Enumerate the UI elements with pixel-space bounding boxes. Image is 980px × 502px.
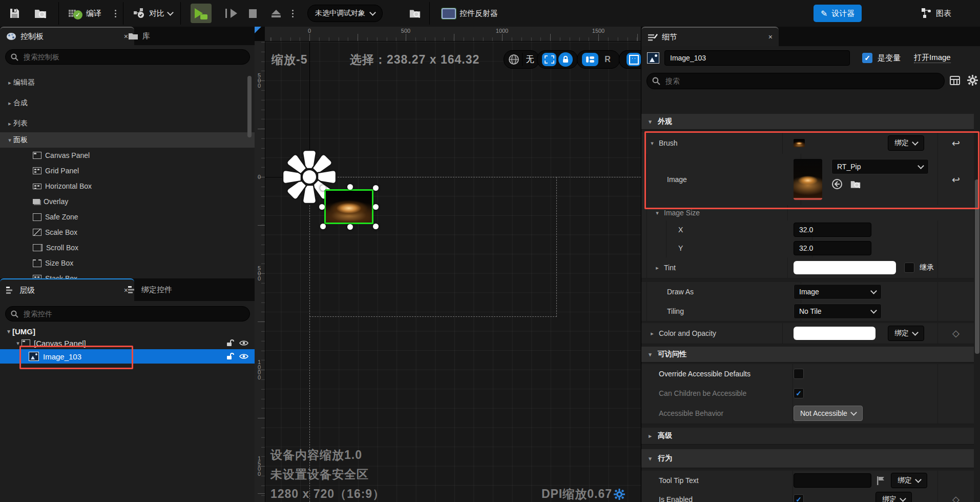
widget-reflector-button[interactable]: 控件反射器	[437, 3, 502, 24]
palette-item-grid-panel[interactable]: Grid Panel	[0, 163, 255, 178]
x-input[interactable]	[794, 223, 871, 237]
palette-search[interactable]	[5, 49, 250, 65]
hierarchy-search-input[interactable]	[23, 309, 244, 318]
compile-options-button[interactable]	[111, 3, 120, 24]
play-options-button[interactable]	[288, 3, 298, 24]
expander-icon[interactable]: ▸	[647, 433, 654, 439]
tab-hierarchy[interactable]: 层级 ×	[0, 278, 134, 301]
selected-image-widget[interactable]	[324, 189, 373, 224]
visibility-eye-icon[interactable]	[239, 340, 248, 346]
hierarchy-search[interactable]	[5, 306, 250, 322]
resize-handle-e[interactable]	[373, 204, 379, 210]
resize-handle-nw[interactable]	[320, 185, 326, 191]
details-scrollbar[interactable]	[975, 179, 979, 354]
use-selected-asset-icon[interactable]	[831, 178, 843, 190]
image-asset-dropdown[interactable]: RT_Pip	[831, 159, 929, 174]
play-button[interactable]	[191, 4, 212, 23]
widget-name-input[interactable]	[664, 50, 850, 66]
hierarchy-row-image-103[interactable]: Image_103	[0, 349, 255, 364]
tiling-dropdown[interactable]: No Tile	[794, 304, 882, 319]
resize-handle-w[interactable]	[319, 204, 325, 210]
diamond-default-icon[interactable]: ◇	[952, 494, 960, 502]
diamond-default-icon[interactable]: ◇	[952, 328, 960, 339]
override-accessible-defaults-checkbox[interactable]	[794, 369, 804, 379]
image-asset-thumbnail[interactable]	[794, 159, 822, 200]
expander-icon[interactable]: ▸	[6, 100, 13, 107]
resize-handle-sw[interactable]	[320, 224, 326, 229]
details-settings-gear-icon[interactable]	[967, 75, 978, 86]
expander-icon[interactable]: ▾	[14, 340, 22, 347]
details-search-input[interactable]	[664, 76, 939, 86]
is-enabled-bind-button[interactable]: 绑定	[875, 492, 912, 502]
expander-icon[interactable]: ▾	[647, 351, 654, 358]
palette-item-overlay[interactable]: Overlay	[0, 194, 255, 209]
hierarchy-row-canvas-panel[interactable]: ▾ [Canvas Panel]	[0, 337, 255, 349]
palette-item-horizontal-box[interactable]: Horizontal Box	[0, 178, 255, 194]
section-advanced[interactable]: ▸高级	[641, 428, 974, 445]
open-image-link[interactable]: 打开Image	[914, 53, 951, 63]
palette-category-panel[interactable]: ▾面板	[0, 132, 255, 148]
brush-bind-button[interactable]: 绑定	[888, 135, 924, 151]
frame-skip-button[interactable]	[221, 3, 241, 24]
designer-viewport[interactable]: 0 500 1000 1500 500 0 500 1000 1500 缩放-5…	[255, 27, 641, 502]
expander-icon[interactable]: ▾	[649, 140, 656, 147]
expander-icon[interactable]: ▾	[654, 210, 661, 216]
resize-handle-n[interactable]	[347, 184, 353, 190]
draw-as-dropdown[interactable]: Image	[794, 284, 882, 299]
tooltip-text-input[interactable]	[794, 473, 871, 488]
resize-handle-s[interactable]	[347, 224, 353, 230]
color-opacity-swatch[interactable]	[794, 327, 875, 340]
marquee-select-button[interactable]	[542, 53, 556, 66]
lock-widget-button[interactable]	[558, 52, 573, 67]
palette-search-input[interactable]	[23, 52, 244, 62]
expander-icon[interactable]: ▾	[647, 118, 654, 125]
unlock-icon[interactable]	[226, 339, 234, 347]
color-opacity-bind-button[interactable]: 绑定	[888, 326, 924, 341]
inherit-checkbox[interactable]	[904, 263, 914, 273]
image-size-row[interactable]: ▾Image Size	[641, 205, 974, 221]
visibility-eye-icon[interactable]	[239, 353, 248, 359]
details-search[interactable]	[647, 73, 945, 89]
localization-none-label[interactable]: 无	[525, 54, 536, 65]
graph-tab-button[interactable]: 图表	[917, 3, 955, 24]
expander-icon[interactable]: ▾	[5, 328, 12, 335]
can-children-accessible-checkbox[interactable]: ✓	[794, 388, 804, 398]
palette-item-safe-zone[interactable]: Safe Zone	[0, 209, 255, 225]
rotation-mode-button[interactable]: R	[600, 55, 615, 64]
tab-details[interactable]: 细节 ×	[641, 27, 779, 46]
palette-category-list[interactable]: ▸列表	[0, 116, 255, 131]
reset-to-default-icon[interactable]: ↩	[952, 174, 960, 186]
tab-library[interactable]: 库	[122, 27, 211, 45]
tab-palette[interactable]: 控制板 ×	[0, 27, 134, 45]
palette-item-scale-box[interactable]: Scale Box	[0, 225, 255, 240]
y-input[interactable]	[794, 241, 871, 255]
resize-handle-ne[interactable]	[373, 185, 379, 191]
section-appearance[interactable]: ▾外观	[641, 114, 974, 130]
section-behavior[interactable]: ▾行为	[641, 449, 974, 468]
expander-icon[interactable]: ▾	[6, 137, 13, 144]
resize-handle-se[interactable]	[373, 224, 379, 229]
globe-icon[interactable]	[508, 53, 520, 66]
hierarchy-row-umg[interactable]: ▾[UMG]	[0, 326, 255, 337]
eject-button[interactable]	[267, 3, 285, 24]
tooltip-bind-button[interactable]: 绑定	[891, 473, 927, 488]
palette-item-scroll-box[interactable]: Scroll Box	[0, 240, 255, 255]
palette-item-size-box[interactable]: Size Box	[0, 255, 255, 271]
brush-thumbnail[interactable]	[794, 139, 805, 147]
browse-to-asset-icon[interactable]	[850, 179, 861, 189]
is-enabled-checkbox[interactable]: ✓	[794, 494, 804, 502]
expander-icon[interactable]: ▾	[647, 455, 654, 462]
debug-object-dropdown[interactable]: 未选中调试对象	[307, 5, 383, 22]
palette-category-editor[interactable]: ▸编辑器	[0, 75, 255, 90]
stop-button[interactable]	[245, 3, 261, 24]
tab-bind-widgets[interactable]: 绑定控件	[122, 278, 227, 301]
save-button[interactable]	[4, 3, 25, 24]
diff-button[interactable]: 对比	[129, 3, 177, 24]
browse-content-button[interactable]	[30, 3, 51, 24]
compile-button[interactable]: ✓ 编译	[65, 3, 106, 24]
palette-category-composite[interactable]: ▸合成	[0, 95, 255, 111]
palette-item-canvas-panel[interactable]: Canvas Panel	[0, 148, 255, 163]
anchor-layout-button[interactable]	[582, 53, 598, 66]
unlock-icon[interactable]	[226, 353, 234, 360]
designer-tab-button[interactable]: ✎ 设计器	[814, 5, 862, 22]
